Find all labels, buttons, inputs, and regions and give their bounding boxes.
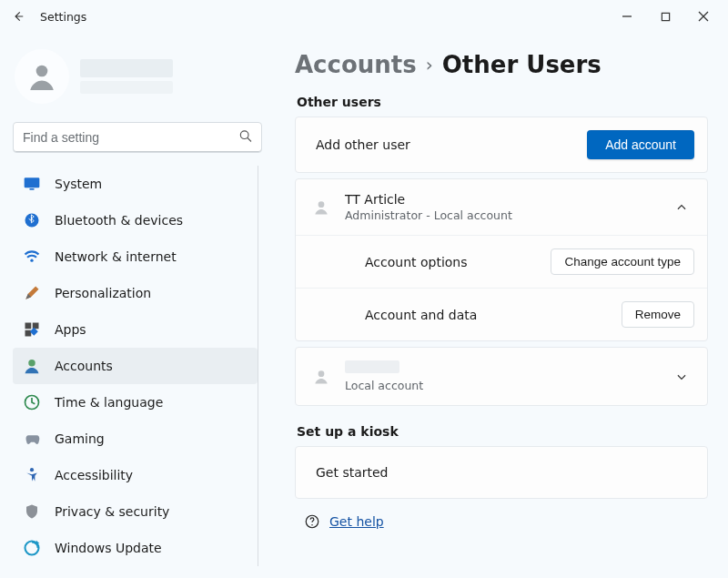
titlebar: Settings: [0, 0, 728, 33]
add-user-card: Add other user Add account: [295, 117, 708, 173]
sidebar-item-label: Accessibility: [55, 468, 133, 482]
svg-rect-10: [33, 323, 39, 330]
person-icon: [25, 60, 58, 93]
sidebar-item-apps[interactable]: Apps: [13, 311, 258, 348]
svg-rect-9: [25, 323, 32, 330]
shield-icon: [22, 502, 42, 522]
sidebar-item-label: System: [55, 177, 102, 191]
avatar: [15, 49, 69, 104]
bluetooth-icon: [22, 210, 42, 230]
search-box: [13, 122, 262, 153]
sidebar-item-bluetooth[interactable]: Bluetooth & devices: [13, 202, 258, 238]
sidebar-item-label: Network & internet: [55, 249, 177, 264]
account-and-data-label: Account and data: [365, 308, 622, 322]
svg-rect-11: [25, 330, 32, 337]
sidebar-item-system[interactable]: System: [13, 166, 258, 202]
svg-point-2: [36, 66, 48, 77]
sidebar-item-label: Bluetooth & devices: [55, 213, 183, 228]
nav-list: System Bluetooth & devices Network & int…: [13, 166, 262, 578]
get-help-link[interactable]: Get help: [295, 504, 708, 530]
sidebar-item-label: Windows Update: [55, 541, 162, 555]
person-icon: [22, 356, 42, 376]
kiosk-get-started-row[interactable]: Get started: [296, 447, 707, 498]
sidebar-item-time-language[interactable]: Time & language: [13, 384, 258, 421]
user-row-header[interactable]: Local account: [296, 348, 707, 405]
person-icon: [308, 364, 334, 390]
user-role: Administrator - Local account: [345, 208, 669, 222]
sidebar: System Bluetooth & devices Network & int…: [0, 33, 275, 578]
minimize-icon: [622, 11, 632, 22]
breadcrumb: Accounts › Other Users: [295, 51, 708, 78]
apps-icon: [22, 319, 42, 340]
user-name: TT Article: [345, 192, 669, 207]
user-role: Local account: [345, 379, 669, 392]
monitor-icon: [22, 174, 42, 194]
update-icon: [22, 538, 42, 558]
maximize-icon: [661, 12, 671, 22]
get-help-label: Get help: [329, 514, 384, 529]
sidebar-item-label: Personalization: [55, 286, 151, 300]
maximize-button[interactable]: [646, 3, 684, 30]
user-row-header[interactable]: TT Article Administrator - Local account: [296, 179, 707, 235]
paintbrush-icon: [22, 283, 42, 303]
kiosk-get-started-label: Get started: [316, 465, 694, 480]
close-button[interactable]: [684, 3, 723, 30]
section-heading-kiosk: Set up a kiosk: [297, 424, 708, 439]
sidebar-item-accessibility[interactable]: Accessibility: [13, 457, 258, 493]
account-options-label: Account options: [365, 255, 551, 269]
section-heading-other-users: Other users: [297, 95, 708, 109]
svg-rect-5: [25, 177, 40, 188]
main-panel: Accounts › Other Users Other users Add o…: [275, 33, 728, 578]
close-icon: [698, 11, 709, 22]
profile-text: [80, 59, 260, 94]
window-controls: [608, 3, 723, 30]
sidebar-item-privacy[interactable]: Privacy & security: [13, 493, 258, 530]
sidebar-item-label: Apps: [55, 322, 86, 337]
sidebar-item-personalization[interactable]: Personalization: [13, 275, 258, 311]
svg-point-19: [318, 370, 325, 377]
user-card-2: Local account: [295, 347, 708, 406]
sidebar-item-label: Time & language: [55, 395, 163, 410]
window-title: Settings: [40, 10, 86, 24]
profile-sub-redacted: [80, 81, 173, 94]
page-title: Other Users: [442, 51, 602, 78]
kiosk-card: Get started: [295, 446, 708, 499]
clock-globe-icon: [22, 392, 42, 412]
profile-header[interactable]: [13, 42, 262, 118]
chevron-right-icon: ›: [426, 54, 433, 76]
sidebar-item-label: Privacy & security: [55, 504, 169, 519]
sidebar-item-label: Accounts: [55, 359, 113, 373]
chevron-up-icon: [675, 201, 688, 214]
arrow-left-icon: [12, 10, 25, 23]
chevron-down-icon: [675, 370, 688, 383]
svg-point-21: [311, 524, 313, 526]
svg-point-15: [30, 468, 34, 472]
back-button[interactable]: [5, 4, 31, 29]
user-card-1: TT Article Administrator - Local account…: [295, 178, 708, 341]
add-other-user-label: Add other user: [316, 137, 587, 152]
svg-point-8: [30, 259, 33, 262]
expand-toggle[interactable]: [669, 370, 694, 383]
breadcrumb-parent[interactable]: Accounts: [295, 51, 417, 78]
sidebar-item-windows-update[interactable]: Windows Update: [13, 530, 258, 566]
user-name-redacted: [345, 360, 399, 373]
accessibility-icon: [22, 465, 42, 485]
search-input[interactable]: [13, 122, 262, 153]
svg-point-18: [318, 201, 325, 208]
gamepad-icon: [22, 429, 42, 449]
svg-point-13: [28, 360, 35, 367]
sidebar-item-accounts[interactable]: Accounts: [13, 348, 258, 384]
help-icon: [304, 513, 320, 530]
add-account-button[interactable]: Add account: [587, 130, 694, 159]
collapse-toggle[interactable]: [669, 201, 694, 214]
svg-rect-6: [30, 188, 35, 190]
change-account-type-button[interactable]: Change account type: [551, 248, 694, 275]
wifi-icon: [22, 247, 42, 267]
remove-account-button[interactable]: Remove: [622, 301, 694, 328]
sidebar-item-network[interactable]: Network & internet: [13, 238, 258, 275]
minimize-button[interactable]: [608, 3, 646, 30]
svg-rect-1: [662, 13, 669, 20]
sidebar-item-gaming[interactable]: Gaming: [13, 421, 258, 457]
sidebar-item-label: Gaming: [55, 431, 105, 446]
profile-name-redacted: [80, 59, 173, 77]
